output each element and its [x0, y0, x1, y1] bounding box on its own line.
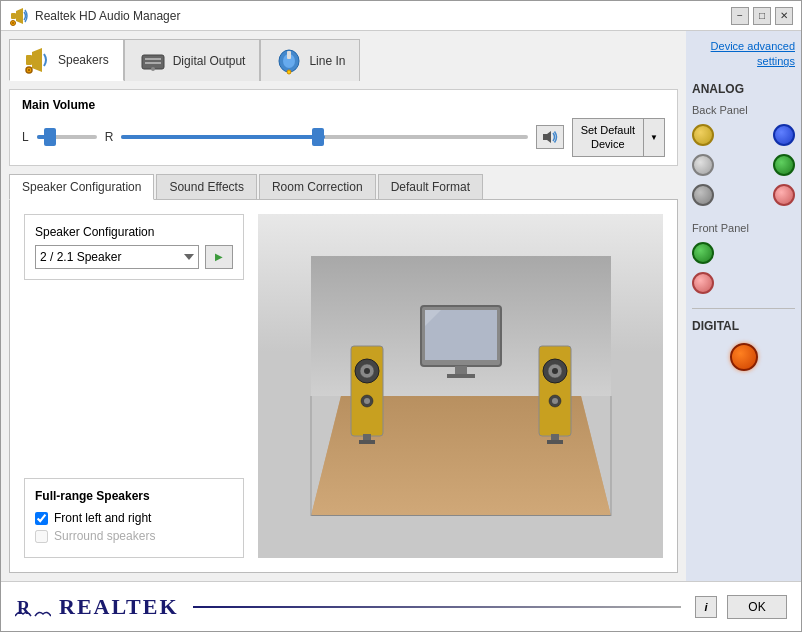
footer: R REALTEK i OK — [1, 581, 801, 631]
right-channel-label: R — [105, 130, 114, 144]
tab-speakers-label: Speakers — [58, 53, 109, 67]
connector-front-green[interactable] — [692, 242, 714, 264]
connector-gold[interactable] — [692, 124, 714, 146]
tab-room-correction[interactable]: Room Correction — [259, 174, 376, 200]
speaker-configuration-select[interactable]: 2 / 2.1 Speaker 4.0 Speaker 5.1 Speaker … — [35, 245, 199, 269]
front-panel-row-1 — [692, 242, 795, 264]
volume-section: Main Volume L R — [9, 89, 678, 166]
front-lr-label: Front left and right — [54, 511, 151, 525]
svg-marker-1 — [16, 8, 23, 24]
tab-speaker-configuration[interactable]: Speaker Configuration — [9, 174, 154, 200]
volume-row: L R — [22, 118, 665, 157]
content-area: Speaker Configuration 2 / 2.1 Speaker 4.… — [9, 199, 678, 573]
set-default-device-button[interactable]: Set DefaultDevice ▼ — [572, 118, 665, 157]
surround-checkbox-row: Surround speakers — [35, 529, 233, 543]
digital-connector-row — [692, 343, 795, 371]
set-default-arrow-icon: ▼ — [644, 119, 664, 156]
svg-text:R: R — [17, 598, 31, 618]
footer-divider-line — [193, 606, 681, 608]
set-default-label: Set DefaultDevice — [573, 119, 644, 156]
back-panel-row-1 — [692, 124, 795, 146]
divider — [692, 308, 795, 309]
svg-rect-4 — [26, 55, 32, 65]
app-icon — [9, 6, 29, 26]
tab-default-format[interactable]: Default Format — [378, 174, 483, 200]
volume-icon-button[interactable] — [536, 125, 564, 149]
device-advanced-settings-link[interactable]: Device advanced settings — [692, 39, 795, 70]
speaker-config-box: Speaker Configuration 2 / 2.1 Speaker 4.… — [24, 214, 244, 280]
svg-rect-10 — [145, 62, 161, 64]
connector-gray[interactable] — [692, 184, 714, 206]
maximize-button[interactable]: □ — [753, 7, 771, 25]
info-button[interactable]: i — [695, 596, 717, 618]
svg-rect-36 — [547, 440, 563, 444]
svg-rect-41 — [447, 374, 475, 378]
tab-digital-output[interactable]: Digital Output — [124, 39, 261, 81]
analog-title: ANALOG — [692, 82, 795, 96]
speakers-icon — [24, 46, 52, 74]
right-panel: Device advanced settings ANALOG Back Pan… — [686, 31, 801, 581]
front-panel-label: Front Panel — [692, 222, 795, 234]
content-tabs: Speaker Configuration Sound Effects Room… — [9, 174, 678, 200]
speaker-visualization — [258, 214, 663, 558]
footer-brand-label: REALTEK — [59, 594, 179, 620]
connector-silver[interactable] — [692, 154, 714, 176]
play-button[interactable]: ▶ — [205, 245, 233, 269]
left-channel-label: L — [22, 130, 29, 144]
svg-rect-28 — [359, 440, 375, 444]
back-panel-row-2 — [692, 154, 795, 176]
left-panel: Speakers Digital Output — [1, 31, 686, 581]
realtek-logo-icon: R — [15, 592, 51, 622]
left-config: Speaker Configuration 2 / 2.1 Speaker 4.… — [24, 214, 244, 558]
titlebar-left: Realtek HD Audio Manager — [9, 6, 180, 26]
front-lr-checkbox-row: Front left and right — [35, 511, 233, 525]
volume-slider-right[interactable] — [121, 135, 527, 139]
tab-speakers[interactable]: Speakers — [9, 39, 124, 81]
svg-rect-9 — [145, 58, 161, 60]
svg-marker-5 — [32, 48, 42, 72]
digital-output-icon — [139, 47, 167, 75]
footer-logo: R REALTEK — [15, 592, 179, 622]
svg-point-32 — [552, 368, 558, 374]
svg-point-24 — [364, 368, 370, 374]
line-in-icon — [275, 47, 303, 75]
surround-label: Surround speakers — [54, 529, 155, 543]
tab-sound-effects[interactable]: Sound Effects — [156, 174, 257, 200]
tab-line-in-label: Line In — [309, 54, 345, 68]
connector-pink[interactable] — [773, 184, 795, 206]
titlebar: Realtek HD Audio Manager − □ ✕ — [1, 1, 801, 31]
titlebar-controls: − □ ✕ — [731, 7, 793, 25]
svg-point-11 — [151, 67, 155, 71]
close-button[interactable]: ✕ — [775, 7, 793, 25]
full-range-box: Full-range Speakers Front left and right… — [24, 478, 244, 558]
surround-checkbox[interactable] — [35, 530, 48, 543]
svg-rect-38 — [425, 310, 497, 360]
connector-blue[interactable] — [773, 124, 795, 146]
window-title: Realtek HD Audio Manager — [35, 9, 180, 23]
volume-slider-left[interactable] — [37, 135, 97, 139]
main-window: Realtek HD Audio Manager − □ ✕ — [0, 0, 802, 632]
speaker-dropdown-row: 2 / 2.1 Speaker 4.0 Speaker 5.1 Speaker … — [35, 245, 233, 269]
svg-marker-16 — [543, 131, 551, 143]
svg-rect-0 — [11, 13, 16, 19]
volume-title: Main Volume — [22, 98, 665, 112]
full-range-title: Full-range Speakers — [35, 489, 233, 503]
tab-line-in[interactable]: Line In — [260, 39, 360, 81]
connector-green[interactable] — [773, 154, 795, 176]
svg-point-26 — [364, 398, 370, 404]
front-panel-row-2 — [692, 272, 795, 294]
svg-point-15 — [287, 70, 291, 74]
ok-button[interactable]: OK — [727, 595, 787, 619]
main-content: Speakers Digital Output — [1, 31, 801, 581]
device-tabs: Speakers Digital Output — [9, 39, 678, 81]
tab-digital-output-label: Digital Output — [173, 54, 246, 68]
back-panel-label: Back Panel — [692, 104, 795, 116]
svg-point-3 — [12, 22, 14, 24]
svg-point-34 — [552, 398, 558, 404]
back-panel-row-3 — [692, 184, 795, 206]
connector-digital-optical[interactable] — [730, 343, 758, 371]
front-lr-checkbox[interactable] — [35, 512, 48, 525]
connector-front-pink[interactable] — [692, 272, 714, 294]
svg-rect-14 — [287, 51, 291, 59]
minimize-button[interactable]: − — [731, 7, 749, 25]
